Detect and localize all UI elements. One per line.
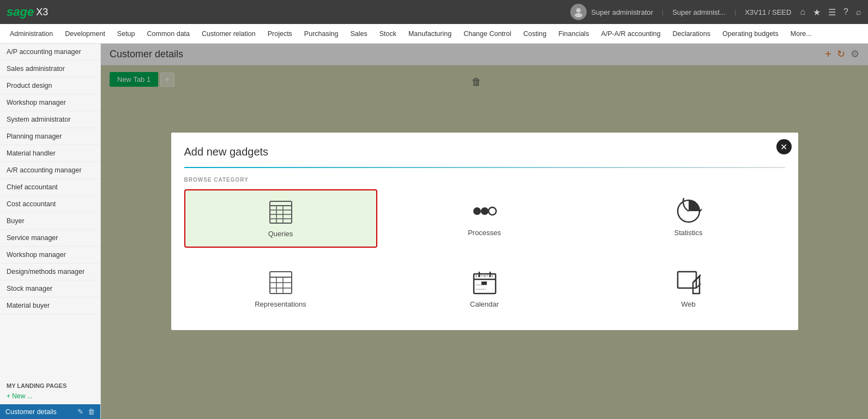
gadgets-grid: Queries [184, 189, 785, 317]
top-bar-icons: ⌂ ★ ☰ ? ⌕ [800, 7, 861, 17]
user-name: Super administrator [591, 8, 653, 16]
edit-icon[interactable]: ✎ [77, 408, 83, 416]
gadget-statistics[interactable]: Statistics [592, 189, 785, 248]
nav-costing[interactable]: Costing [518, 27, 552, 41]
sidebar-item-product-design[interactable]: Product design [0, 77, 100, 94]
sidebar-item-workshop-manager[interactable]: Workshop manager [0, 94, 100, 111]
modal-close-button[interactable]: ✕ [776, 139, 792, 154]
nav-development[interactable]: Development [59, 27, 111, 41]
queries-label: Queries [268, 230, 293, 238]
representations-label: Representations [255, 300, 306, 308]
calendar-icon: S M T W T F S • • • • • • • • • • • • [472, 270, 498, 296]
sidebar-item-stock-manager[interactable]: Stock manager [0, 280, 100, 297]
nav-projects[interactable]: Projects [262, 27, 298, 41]
web-label: Web [681, 300, 696, 308]
sidebar-item-planning-manager[interactable]: Planning manager [0, 128, 100, 145]
sidebar-item-material-handler[interactable]: Material handler [0, 145, 100, 162]
nav-sales[interactable]: Sales [345, 27, 372, 41]
gadget-processes[interactable]: Processes [388, 189, 581, 248]
sidebar-item-cost-accountant[interactable]: Cost accountant [0, 196, 100, 213]
add-gadgets-modal: ✕ Add new gadgets BROWSE CATEGORY [171, 133, 798, 330]
sidebar-item-system-administrator[interactable]: System administrator [0, 111, 100, 128]
nav-setup[interactable]: Setup [112, 27, 141, 41]
gadget-calendar[interactable]: S M T W T F S • • • • • • • • • • • • Ca… [388, 261, 581, 317]
my-landing-pages-label: MY LANDING PAGES [0, 378, 100, 391]
browse-category-label: BROWSE CATEGORY [184, 177, 785, 183]
statistics-icon [676, 198, 702, 224]
search-icon[interactable]: ⌕ [856, 7, 861, 17]
sidebar-item-workshop-manager-2[interactable]: Workshop manager [0, 247, 100, 264]
version-info: X3V11 / SEED [745, 8, 791, 16]
help-icon[interactable]: ? [843, 7, 848, 17]
svg-point-1 [575, 13, 582, 17]
current-page-icons: ✎ 🗑 [77, 408, 95, 416]
modal-title: Add new gadgets [184, 146, 785, 158]
representations-icon [268, 270, 294, 296]
nav-manufacturing[interactable]: Manufacturing [403, 27, 457, 41]
sage-logo: sage [7, 5, 34, 19]
content-area: Customer details + ↻ ⚙ New Tab 1 + 🗑 ✕ A… [101, 44, 868, 419]
queries-icon [268, 199, 294, 225]
nav-more[interactable]: More... [785, 27, 817, 41]
sidebar-item-buyer[interactable]: Buyer [0, 213, 100, 230]
main-layout: A/P accounting manager Sales administrat… [0, 44, 868, 419]
nav-operating-budgets[interactable]: Operating budgets [717, 27, 784, 41]
calendar-label: Calendar [470, 300, 499, 308]
svg-point-11 [489, 207, 496, 215]
svg-text:• • • • • •: • • • • • • [476, 283, 486, 286]
nav-declarations[interactable]: Declarations [667, 27, 716, 41]
svg-point-0 [576, 8, 581, 13]
processes-label: Processes [468, 229, 501, 237]
sidebar-item-chief-accountant[interactable]: Chief accountant [0, 179, 100, 196]
statistics-label: Statistics [674, 229, 702, 237]
current-page-bar: Customer details ✎ 🗑 [0, 404, 100, 419]
top-bar-right: Super administrator | Super administ... … [570, 4, 861, 20]
svg-point-9 [473, 207, 481, 215]
nav-ap-ar[interactable]: A/P-A/R accounting [595, 27, 666, 41]
gadget-queries[interactable]: Queries [184, 189, 377, 248]
gadget-web[interactable]: Web [592, 261, 785, 317]
nav-purchasing[interactable]: Purchasing [299, 27, 344, 41]
modal-overlay: ✕ Add new gadgets BROWSE CATEGORY [101, 44, 868, 419]
nav-change-control[interactable]: Change Control [458, 27, 517, 41]
star-icon[interactable]: ★ [813, 7, 821, 17]
sidebar-item-ap-accounting-manager[interactable]: A/P accounting manager [0, 44, 100, 61]
current-page-label: Customer details [5, 408, 57, 416]
web-icon [676, 270, 702, 296]
svg-text:• • • • • •: • • • • • • [476, 288, 486, 291]
gadget-representations[interactable]: Representations [184, 261, 377, 317]
nav-administration[interactable]: Administration [4, 27, 58, 41]
delete-icon[interactable]: 🗑 [88, 408, 95, 416]
content-body: New Tab 1 + 🗑 ✕ Add new gadgets BROWSE C… [101, 65, 868, 414]
top-bar: sage X3 Super administrator | Super admi… [0, 0, 868, 24]
home-icon[interactable]: ⌂ [800, 7, 805, 17]
sidebar-item-ar-accounting-manager[interactable]: A/R accounting manager [0, 162, 100, 179]
nav-common-data[interactable]: Common data [142, 27, 196, 41]
nav-stock[interactable]: Stock [374, 27, 402, 41]
list-icon[interactable]: ☰ [828, 7, 836, 17]
new-landing-page-link[interactable]: + New ... [0, 391, 100, 404]
processes-icon [472, 198, 498, 224]
modal-divider [184, 167, 785, 168]
logo-area: sage X3 [7, 5, 48, 19]
svg-text:S M T W T F S: S M T W T F S [475, 274, 493, 278]
tenant-name: Super administ... [672, 8, 726, 16]
nav-financials[interactable]: Financials [553, 27, 594, 41]
sidebar-item-sales-administrator[interactable]: Sales administrator [0, 61, 100, 77]
sidebar: A/P accounting manager Sales administrat… [0, 44, 101, 419]
x3-label: X3 [36, 7, 48, 18]
user-area: Super administrator [570, 4, 653, 20]
sidebar-item-material-buyer[interactable]: Material buyer [0, 297, 100, 314]
avatar [570, 4, 587, 20]
sidebar-item-design-methods-manager[interactable]: Design/methods manager [0, 264, 100, 280]
svg-rect-2 [270, 201, 292, 223]
nav-customer-relation[interactable]: Customer relation [196, 27, 261, 41]
sidebar-item-service-manager[interactable]: Service manager [0, 230, 100, 247]
nav-bar: Administration Development Setup Common … [0, 24, 868, 44]
